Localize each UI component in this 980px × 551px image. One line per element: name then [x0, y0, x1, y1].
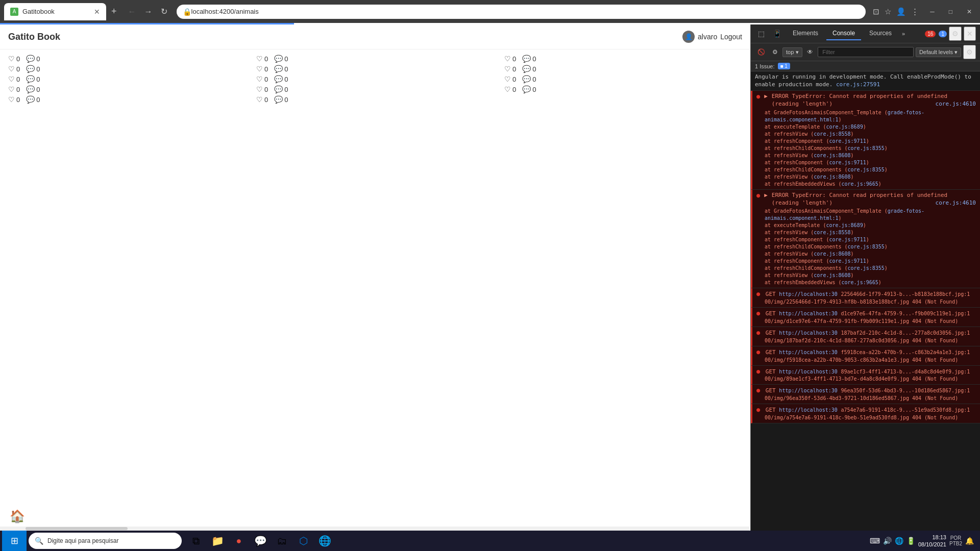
- console-link[interactable]: core.js:8558: [814, 131, 850, 137]
- console-link[interactable]: http://localhost:30: [779, 407, 837, 413]
- comment-icon[interactable]: 💬: [522, 85, 531, 93]
- heart-icon[interactable]: ♡: [256, 65, 263, 73]
- console-link[interactable]: core.js:9711: [829, 258, 866, 264]
- console-link[interactable]: core.js:8355: [848, 167, 885, 172]
- console-link[interactable]: core.js:8355: [848, 265, 885, 271]
- heart-icon[interactable]: ♡: [8, 65, 15, 73]
- clock[interactable]: 18:13 08/10/2021: [918, 534, 946, 548]
- console-link[interactable]: core.js:8689: [826, 222, 863, 228]
- discord-btn[interactable]: 💬: [250, 531, 271, 551]
- comment-icon[interactable]: 💬: [274, 55, 283, 63]
- home-btn[interactable]: 🏠: [8, 507, 27, 525]
- maximize-btn[interactable]: □: [945, 6, 957, 17]
- minimize-btn[interactable]: ─: [926, 6, 939, 17]
- log-levels-selector[interactable]: Default levels ▾: [916, 47, 961, 57]
- tab-sources[interactable]: Sources: [863, 27, 898, 40]
- comment-icon[interactable]: 💬: [274, 65, 283, 73]
- heart-icon[interactable]: ♡: [504, 75, 511, 83]
- close-btn[interactable]: ✕: [963, 6, 976, 17]
- console-link[interactable]: grade-fotos-animais.component.html:1: [765, 110, 924, 122]
- files-btn[interactable]: 🗂: [272, 531, 292, 551]
- heart-icon[interactable]: ♡: [256, 95, 263, 104]
- start-btn[interactable]: ⊞: [2, 531, 27, 551]
- console-link[interactable]: core.js:27591: [836, 81, 880, 88]
- console-link[interactable]: http://localhost:30: [779, 311, 837, 316]
- console-link[interactable]: core.js:9711: [829, 237, 866, 242]
- devtools-settings-btn[interactable]: ⚙: [949, 27, 962, 41]
- console-link[interactable]: http://localhost:30: [779, 330, 837, 336]
- speaker-icon[interactable]: 🔊: [883, 537, 892, 545]
- console-link[interactable]: core.js:8608: [814, 272, 850, 278]
- console-link[interactable]: core.js:9711: [829, 160, 866, 165]
- taskview-btn[interactable]: ⧉: [186, 531, 206, 551]
- comment-icon[interactable]: 💬: [26, 75, 35, 83]
- comment-icon[interactable]: 💬: [522, 75, 531, 83]
- clear-console-btn[interactable]: 🚫: [755, 47, 768, 57]
- tab-elements[interactable]: Elements: [787, 27, 824, 40]
- more-tabs-btn[interactable]: »: [900, 29, 907, 39]
- console-filter-input[interactable]: [818, 47, 914, 57]
- devtools-console[interactable]: Angular is running in development mode. …: [751, 71, 980, 532]
- cast-btn[interactable]: ⊡: [873, 7, 879, 16]
- console-link[interactable]: core.js:8608: [814, 153, 850, 158]
- heart-icon[interactable]: ♡: [256, 85, 263, 93]
- app1-btn[interactable]: ●: [229, 531, 249, 551]
- comment-icon[interactable]: 💬: [522, 55, 531, 63]
- back-btn[interactable]: ←: [126, 5, 138, 18]
- logout-btn[interactable]: Logout: [720, 33, 742, 41]
- heart-icon[interactable]: ♡: [256, 55, 263, 63]
- console-link[interactable]: http://localhost:30: [779, 388, 837, 393]
- comment-icon[interactable]: 💬: [26, 55, 35, 63]
- console-link[interactable]: core.js:8558: [814, 230, 850, 235]
- heart-icon[interactable]: ♡: [256, 75, 263, 83]
- scrollbar[interactable]: [0, 527, 749, 531]
- comment-icon[interactable]: 💬: [274, 95, 283, 104]
- comment-icon[interactable]: 💬: [26, 85, 35, 93]
- heart-icon[interactable]: ♡: [8, 55, 15, 63]
- forward-btn[interactable]: →: [142, 5, 155, 18]
- heart-icon[interactable]: ♡: [504, 65, 511, 73]
- comment-icon[interactable]: 💬: [26, 95, 35, 104]
- heart-icon[interactable]: ♡: [504, 55, 511, 63]
- console-link[interactable]: http://localhost:30: [779, 291, 837, 297]
- console-link[interactable]: core.js:9665: [842, 280, 878, 285]
- heart-icon[interactable]: ♡: [8, 75, 15, 83]
- bookmark-btn[interactable]: ☆: [885, 7, 891, 16]
- console-link[interactable]: http://localhost:30: [779, 369, 837, 374]
- taskbar-search[interactable]: 🔍 Digite aqui para pesquisar: [29, 533, 182, 549]
- inspect-btn[interactable]: ⬚: [755, 28, 768, 40]
- notification-btn[interactable]: 🔔: [965, 537, 974, 545]
- console-link[interactable]: core.js:8608: [814, 174, 850, 180]
- address-bar[interactable]: 🔒 localhost:4200/animais: [177, 5, 866, 19]
- console-link[interactable]: core.js:4610: [936, 199, 976, 207]
- vscode-btn[interactable]: ⬡: [293, 531, 313, 551]
- console-link[interactable]: core.js:8608: [814, 251, 850, 257]
- profile-btn[interactable]: 👤: [896, 7, 906, 16]
- console-link[interactable]: core.js:4610: [936, 100, 976, 108]
- heart-icon[interactable]: ♡: [8, 85, 15, 93]
- network-icon[interactable]: 🌐: [895, 537, 903, 545]
- tab-console[interactable]: Console: [826, 27, 861, 40]
- chrome-btn[interactable]: 🌐: [314, 531, 335, 551]
- comment-icon[interactable]: 💬: [26, 65, 35, 73]
- explorer-btn[interactable]: 📁: [207, 531, 228, 551]
- heart-icon[interactable]: ♡: [8, 95, 15, 104]
- console-link[interactable]: core.js:8355: [848, 145, 885, 151]
- heart-icon[interactable]: ♡: [504, 85, 511, 93]
- keyboard-icon[interactable]: ⌨: [870, 537, 880, 545]
- console-settings-btn[interactable]: ⚙: [770, 47, 780, 57]
- console-link[interactable]: http://localhost:30: [779, 349, 837, 355]
- new-tab-btn[interactable]: +: [109, 4, 119, 19]
- device-btn[interactable]: 📱: [770, 28, 785, 40]
- context-selector[interactable]: top ▾: [782, 47, 802, 57]
- console-link[interactable]: core.js:9711: [829, 138, 866, 144]
- console-link[interactable]: core.js:8355: [848, 244, 885, 249]
- tab-close-btn[interactable]: ✕: [94, 8, 100, 16]
- browser-tab[interactable]: A Gatitobook ✕: [4, 3, 106, 20]
- console-link[interactable]: grade-fotos-animais.component.html:1: [765, 208, 924, 221]
- comment-icon[interactable]: 💬: [274, 85, 283, 93]
- reload-btn[interactable]: ↻: [159, 5, 169, 18]
- error-toggle-btn[interactable]: ▶: [764, 191, 768, 199]
- menu-btn[interactable]: ⋮: [911, 7, 919, 16]
- comment-icon[interactable]: 💬: [522, 65, 531, 73]
